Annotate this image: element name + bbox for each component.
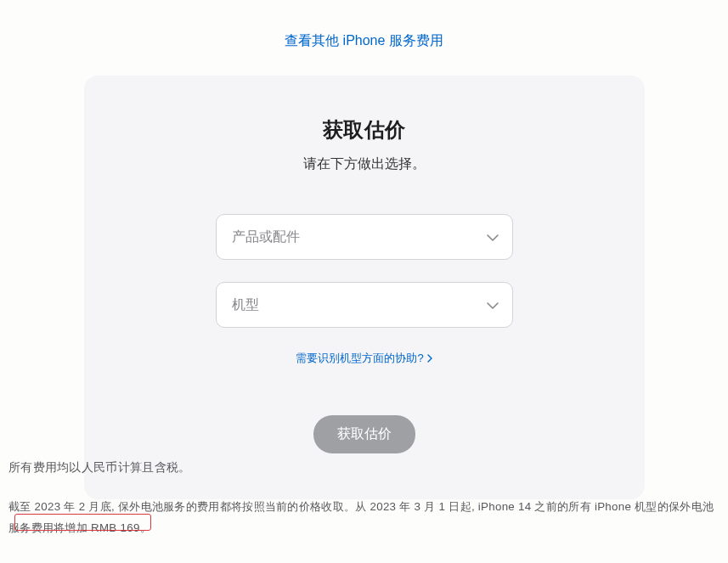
product-select-placeholder: 产品或配件 xyxy=(232,228,300,246)
highlight-annotation xyxy=(14,514,151,531)
model-select[interactable]: 机型 xyxy=(216,282,513,328)
model-select-placeholder: 机型 xyxy=(232,296,259,314)
chevron-down-icon xyxy=(487,229,499,245)
estimate-card: 获取估价 请在下方做出选择。 产品或配件 机型 需要识别机型方面的协助? 获取估… xyxy=(84,76,645,499)
chevron-down-icon xyxy=(487,297,499,312)
top-link-container: 查看其他 iPhone 服务费用 xyxy=(0,0,728,50)
chevron-right-icon xyxy=(427,352,432,365)
identify-model-help-link[interactable]: 需要识别机型方面的协助? xyxy=(296,351,432,366)
product-select-wrap: 产品或配件 xyxy=(216,214,513,260)
card-subtitle: 请在下方做出选择。 xyxy=(118,155,611,173)
card-title: 获取估价 xyxy=(118,116,611,144)
other-services-link[interactable]: 查看其他 iPhone 服务费用 xyxy=(285,33,443,48)
product-select[interactable]: 产品或配件 xyxy=(216,214,513,260)
model-select-wrap: 机型 xyxy=(216,282,513,328)
help-link-label: 需要识别机型方面的协助? xyxy=(296,351,423,366)
get-estimate-button[interactable]: 获取估价 xyxy=(313,415,415,453)
tax-note: 所有费用均以人民币计算且含税。 xyxy=(8,460,720,476)
